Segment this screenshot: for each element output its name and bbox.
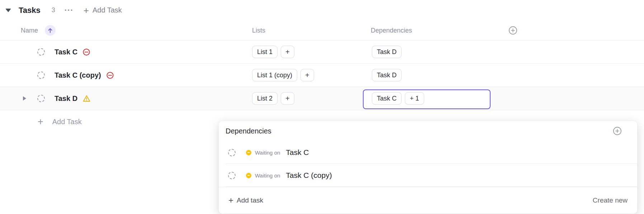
- expand-subtasks-icon[interactable]: [23, 96, 26, 101]
- column-header-name[interactable]: Name: [21, 26, 38, 34]
- add-task-button[interactable]: + Add Task: [84, 6, 122, 15]
- dependency-item[interactable]: Waiting on Task C (copy): [219, 164, 637, 187]
- dependency-overflow-chip[interactable]: + 1: [405, 92, 424, 105]
- popup-add-task-label: Add task: [237, 196, 263, 204]
- dependencies-cell: Task D: [372, 69, 402, 82]
- circle-plus-icon: [508, 26, 517, 35]
- warning-icon: [82, 95, 91, 102]
- blocked-icon: [106, 71, 114, 79]
- waiting-on-icon: [246, 150, 251, 155]
- column-header-dependencies[interactable]: Dependencies: [371, 26, 412, 34]
- dependency-task-name[interactable]: Task C: [286, 148, 309, 157]
- dependencies-cell: Task D: [372, 46, 402, 58]
- task-status-icon[interactable]: [228, 172, 236, 179]
- task-list-view: Tasks 3 ··· + Add Task Name Lists Depend…: [0, 0, 644, 214]
- lists-cell: List 1 (copy) +: [252, 69, 314, 82]
- sort-ascending-button[interactable]: [45, 25, 56, 36]
- task-name[interactable]: Task D: [55, 94, 77, 103]
- add-column-button[interactable]: [508, 26, 517, 35]
- task-status-icon[interactable]: [37, 72, 45, 79]
- blocked-icon: [82, 48, 90, 56]
- table-header: Name Lists Dependencies: [0, 20, 644, 40]
- add-list-chip[interactable]: +: [281, 92, 294, 105]
- popup-header: Dependencies: [219, 121, 637, 141]
- dependency-item[interactable]: Waiting on Task C: [219, 141, 637, 164]
- add-list-chip[interactable]: +: [300, 69, 314, 82]
- waiting-on-icon: [246, 173, 251, 178]
- group-menu-icon[interactable]: ···: [65, 8, 74, 13]
- popup-footer: + Add task Create new: [219, 187, 637, 214]
- popup-add-task-button[interactable]: + Add task: [228, 196, 263, 205]
- dependency-chip[interactable]: Task D: [372, 69, 402, 82]
- task-status-icon[interactable]: [37, 48, 45, 56]
- task-name[interactable]: Task C (copy): [55, 71, 101, 79]
- dependency-task-name[interactable]: Task C (copy): [286, 171, 332, 180]
- task-status-icon[interactable]: [37, 95, 45, 102]
- list-chip[interactable]: List 1 (copy): [252, 69, 297, 82]
- group-toolbar: Tasks 3 ··· + Add Task: [0, 0, 644, 20]
- list-chip[interactable]: List 2: [252, 92, 278, 105]
- arrow-up-icon: [48, 28, 53, 33]
- table-row: Task C (copy) List 1 (copy) + Task D: [0, 64, 644, 87]
- lists-cell: List 2 +: [252, 92, 294, 105]
- table-row: Task C List 1 + Task D: [0, 40, 644, 64]
- group-title: Tasks: [19, 6, 41, 15]
- add-dependency-button[interactable]: [613, 127, 622, 136]
- relation-label: Waiting on: [255, 172, 280, 179]
- task-count: 3: [52, 6, 55, 14]
- dependencies-cell: Task C + 1: [372, 92, 424, 105]
- relation-label: Waiting on: [255, 150, 280, 156]
- dependency-chip[interactable]: Task D: [372, 46, 402, 58]
- popup-title: Dependencies: [226, 127, 271, 135]
- collapse-group-icon[interactable]: [5, 9, 11, 12]
- dependency-chip[interactable]: Task C: [372, 92, 402, 105]
- plus-icon: +: [84, 6, 89, 15]
- list-chip[interactable]: List 1: [252, 46, 278, 58]
- circle-plus-icon: [613, 127, 622, 136]
- add-list-chip[interactable]: +: [281, 46, 294, 58]
- task-status-icon[interactable]: [228, 149, 236, 156]
- plus-icon: +: [38, 117, 43, 127]
- create-new-button[interactable]: Create new: [593, 196, 628, 204]
- column-header-lists[interactable]: Lists: [252, 26, 265, 34]
- table-row: Task D List 2 + Task C + 1: [0, 87, 644, 110]
- add-task-row-label: Add Task: [52, 118, 82, 126]
- lists-cell: List 1 +: [252, 46, 294, 58]
- dependencies-popup: Dependencies Waiting on Task C Waiting o…: [219, 121, 637, 214]
- task-name[interactable]: Task C: [55, 48, 77, 56]
- add-task-label: Add Task: [93, 6, 122, 14]
- plus-icon: +: [228, 196, 233, 205]
